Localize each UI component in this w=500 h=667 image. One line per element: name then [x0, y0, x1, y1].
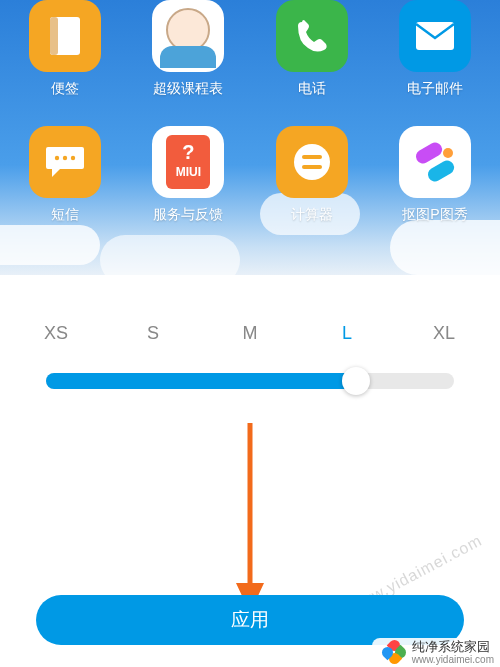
- app-phone[interactable]: 电话: [267, 0, 357, 98]
- email-icon: [399, 0, 471, 72]
- app-email[interactable]: 电子邮件: [390, 0, 480, 98]
- svg-rect-7: [302, 155, 322, 159]
- svg-point-5: [71, 156, 75, 160]
- svg-point-3: [55, 156, 59, 160]
- svg-point-4: [63, 156, 67, 160]
- app-label: 超级课程表: [153, 80, 223, 98]
- footer-brand: 纯净系统家园 www.yidaimei.com: [372, 638, 500, 667]
- arrow-annotation-icon: [230, 423, 270, 613]
- size-m[interactable]: M: [230, 323, 270, 344]
- miui-text: MIUI: [176, 165, 201, 179]
- app-sms[interactable]: 短信: [20, 126, 110, 224]
- svg-rect-2: [416, 22, 454, 50]
- size-control-panel: XS S M L XL www.yidaimei.com 应用: [0, 275, 500, 667]
- size-l[interactable]: L: [327, 323, 367, 344]
- svg-rect-8: [302, 165, 322, 169]
- app-label: 短信: [51, 206, 79, 224]
- brand-name: 纯净系统家园: [412, 640, 494, 654]
- schedule-icon: [152, 0, 224, 72]
- app-label: 便签: [51, 80, 79, 98]
- phone-icon: [276, 0, 348, 72]
- app-label: 计算器: [291, 206, 333, 224]
- app-calculator[interactable]: 计算器: [267, 126, 357, 224]
- home-preview-area: 便签 超级课程表 电话 电子邮件 短信: [0, 0, 500, 275]
- app-label: 服务与反馈: [153, 206, 223, 224]
- app-notes[interactable]: 便签: [20, 0, 110, 98]
- size-xs[interactable]: XS: [36, 323, 76, 344]
- size-slider[interactable]: [46, 366, 454, 394]
- app-schedule[interactable]: 超级课程表: [143, 0, 233, 98]
- koutu-icon: [399, 126, 471, 198]
- app-label: 电子邮件: [407, 80, 463, 98]
- feedback-icon: ?MIUI: [152, 126, 224, 198]
- apply-button-label: 应用: [231, 607, 269, 633]
- brand-url: www.yidaimei.com: [412, 654, 494, 665]
- app-koutu[interactable]: 抠图P图秀: [390, 126, 480, 224]
- notes-icon: [29, 0, 101, 72]
- size-s[interactable]: S: [133, 323, 173, 344]
- app-row-1: 便签 超级课程表 电话 电子邮件: [20, 0, 480, 98]
- svg-rect-1: [50, 17, 58, 55]
- calculator-icon: [276, 126, 348, 198]
- slider-fill: [46, 373, 356, 389]
- slider-thumb[interactable]: [342, 367, 370, 395]
- app-label: 抠图P图秀: [402, 206, 467, 224]
- app-row-2: 短信 ?MIUI 服务与反馈 计算器 抠图P图秀: [20, 98, 480, 224]
- size-options: XS S M L XL: [36, 323, 464, 344]
- svg-point-6: [294, 144, 330, 180]
- size-xl[interactable]: XL: [424, 323, 464, 344]
- app-label: 电话: [298, 80, 326, 98]
- brand-logo-icon: [382, 640, 406, 664]
- sms-icon: [29, 126, 101, 198]
- app-feedback[interactable]: ?MIUI 服务与反馈: [143, 126, 233, 224]
